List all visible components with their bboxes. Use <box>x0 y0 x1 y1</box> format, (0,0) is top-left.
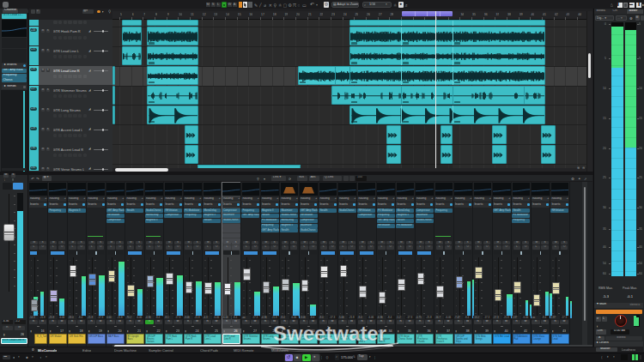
svg-text:Sweetwater: Sweetwater <box>273 322 386 345</box>
